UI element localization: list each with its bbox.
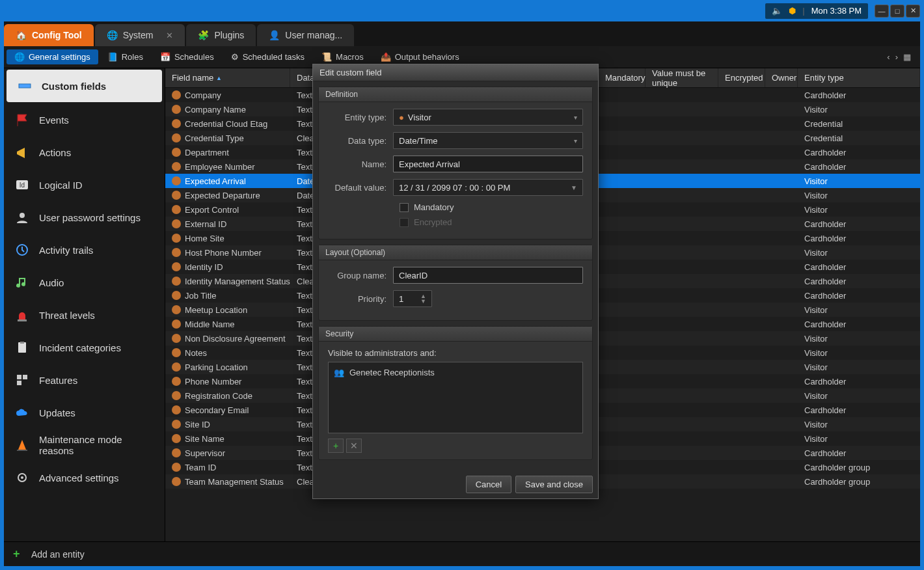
system-tray: 🔈 ⬢ | Mon 3:38 PM xyxy=(765,3,868,19)
sidebar-item-actions[interactable]: Actions xyxy=(4,136,165,169)
gear-icon xyxy=(14,470,30,485)
sidebar: Custom fieldsEventsActionsIdLogical IDUs… xyxy=(4,68,165,541)
subtab-output-behaviors[interactable]: 📤 Output behaviors xyxy=(373,49,467,64)
entity-icon xyxy=(172,463,181,472)
remove-security-button[interactable]: ✕ xyxy=(346,439,362,453)
save-and-close-button[interactable]: Save and close xyxy=(515,476,593,493)
entity-icon xyxy=(172,119,181,128)
speaker-icon[interactable]: 🔈 xyxy=(772,6,782,16)
visible-to-label: Visible to administrators and: xyxy=(328,348,583,358)
nav-next-icon[interactable]: › xyxy=(895,52,898,62)
entity-icon xyxy=(172,176,181,185)
sidebar-item-user-password-settings[interactable]: User password settings xyxy=(4,201,165,234)
security-list[interactable]: 👥 Genetec Receptionists xyxy=(328,362,583,433)
id-icon: Id xyxy=(14,177,30,193)
clock-icon xyxy=(14,242,30,258)
th-owner[interactable]: Owner xyxy=(765,68,798,87)
shield-icon[interactable]: ⬢ xyxy=(789,6,796,16)
globe-icon: 🌐 xyxy=(14,52,25,62)
th-encrypted[interactable]: Encrypted xyxy=(718,68,765,87)
sidebar-item-features[interactable]: Features xyxy=(4,364,165,396)
entity-icon xyxy=(172,105,181,114)
siren-icon xyxy=(14,307,30,323)
group-icon: 👥 xyxy=(334,368,344,377)
add-entity-button[interactable]: Add an entity xyxy=(31,549,85,560)
roles-icon: 📘 xyxy=(107,52,118,62)
sidebar-item-advanced-settings[interactable]: Advanced settings xyxy=(4,461,165,494)
megaphone-icon xyxy=(14,144,30,160)
flag-icon xyxy=(14,112,30,128)
entity-icon xyxy=(172,391,181,400)
cone-icon xyxy=(14,437,30,453)
minimize-button[interactable]: — xyxy=(875,5,889,18)
entity-icon xyxy=(172,334,181,343)
tab-plugins[interactable]: 🧩 Plugins xyxy=(186,24,256,46)
maximize-button[interactable]: □ xyxy=(890,5,904,18)
sidebar-item-audio[interactable]: Audio xyxy=(4,266,165,299)
entity-type-combo[interactable]: ●Visitor xyxy=(393,109,583,126)
sidebar-item-logical-id[interactable]: IdLogical ID xyxy=(4,169,165,201)
subtab-scheduled-tasks[interactable]: ⚙ Scheduled tasks xyxy=(223,49,312,64)
sidebar-item-custom-fields[interactable]: Custom fields xyxy=(7,70,162,102)
data-type-combo[interactable]: Date/Time xyxy=(393,132,583,149)
sidebar-item-updates[interactable]: Updates xyxy=(4,396,165,429)
cloud-icon xyxy=(14,405,30,420)
plus-icon[interactable]: + xyxy=(13,549,25,560)
security-list-item[interactable]: 👥 Genetec Receptionists xyxy=(333,366,578,379)
checkbox-icon xyxy=(400,218,409,227)
globe-icon: 🌐 xyxy=(107,30,118,40)
add-security-button[interactable]: + xyxy=(328,439,344,453)
th-mandatory[interactable]: Mandatory xyxy=(599,68,645,87)
subtab-general-settings[interactable]: 🌐 General settings xyxy=(7,49,98,64)
section-header: Layout (Optional) xyxy=(319,245,592,260)
entity-icon xyxy=(172,434,181,443)
entity-icon xyxy=(172,420,181,429)
tab-config-tool[interactable]: 🏠 Config Tool xyxy=(4,24,94,46)
subtab-schedules[interactable]: 📅 Schedules xyxy=(152,49,222,64)
bottom-bar: + Add an entity xyxy=(4,541,920,566)
sidebar-item-events[interactable]: Events xyxy=(4,103,165,136)
subtab-macros[interactable]: 📜 Macros xyxy=(314,49,372,64)
nav-prev-icon[interactable]: ‹ xyxy=(887,52,890,62)
entity-icon xyxy=(172,319,181,329)
close-icon[interactable]: ✕ xyxy=(166,31,173,40)
home-icon: 🏠 xyxy=(16,30,27,40)
th-unique[interactable]: Value must be unique xyxy=(645,68,718,87)
name-label: Name: xyxy=(328,159,393,169)
entity-type-label: Entity type: xyxy=(328,113,393,122)
default-value-datepicker[interactable]: 12 / 31 / 2099 07 : 00 : 00 PM▼ xyxy=(393,179,583,196)
svg-text:Id: Id xyxy=(20,182,25,189)
entity-icon xyxy=(172,133,181,142)
priority-spinner[interactable]: 1▲▼ xyxy=(393,290,432,307)
entity-icon xyxy=(172,90,181,100)
subtab-roles[interactable]: 📘 Roles xyxy=(100,49,151,64)
default-value-label: Default value: xyxy=(328,183,393,193)
nav-menu-icon[interactable]: ▦ xyxy=(903,52,911,62)
mandatory-checkbox[interactable]: Mandatory xyxy=(400,202,583,212)
sidebar-item-activity-trails[interactable]: Activity trails xyxy=(4,234,165,266)
macro-icon: 📜 xyxy=(321,52,332,62)
user-icon xyxy=(14,210,30,225)
task-icon: ⚙ xyxy=(231,52,239,62)
group-name-input[interactable] xyxy=(393,267,583,284)
th-entity-type[interactable]: Entity type xyxy=(798,68,920,87)
window-buttons: — □ ✕ xyxy=(875,5,920,18)
entity-icon xyxy=(172,219,181,228)
music-icon xyxy=(14,275,30,290)
custom-fields-icon xyxy=(17,78,33,94)
entity-icon xyxy=(172,348,181,357)
sidebar-item-threat-levels[interactable]: Threat levels xyxy=(4,299,165,331)
entity-icon xyxy=(172,305,181,314)
clock: Mon 3:38 PM xyxy=(811,6,862,16)
cancel-button[interactable]: Cancel xyxy=(466,476,511,493)
plugin-icon: 🧩 xyxy=(198,30,209,40)
sidebar-item-incident-categories[interactable]: Incident categories xyxy=(4,331,165,364)
data-type-label: Data type: xyxy=(328,136,393,146)
tab-user-management[interactable]: 👤 User manag... xyxy=(257,24,354,46)
sidebar-item-maintenance-mode-reasons[interactable]: Maintenance mode reasons xyxy=(4,429,165,461)
section-definition: Definition Entity type: ●Visitor Data ty… xyxy=(318,87,593,239)
tab-system[interactable]: 🌐 System ✕ xyxy=(95,24,185,46)
close-button[interactable]: ✕ xyxy=(906,5,920,18)
name-input[interactable] xyxy=(393,156,583,172)
th-field-name[interactable]: Field name ▲ xyxy=(165,68,290,87)
